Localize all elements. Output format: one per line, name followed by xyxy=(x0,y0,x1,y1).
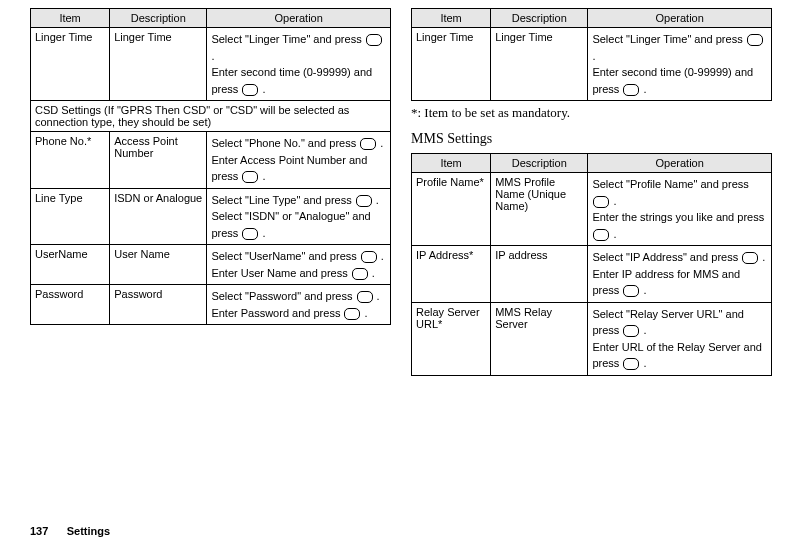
button-icon xyxy=(623,285,639,297)
table-row: Line Type ISDN or Analogue Select "Line … xyxy=(31,188,391,245)
table-row: UserName User Name Select "UserName" and… xyxy=(31,245,391,285)
button-icon xyxy=(623,84,639,96)
button-icon xyxy=(623,358,639,370)
button-icon xyxy=(242,84,258,96)
table-row: Relay Server URL* MMS Relay Server Selec… xyxy=(412,302,772,375)
button-icon xyxy=(344,308,360,320)
button-icon xyxy=(357,291,373,303)
right-table-1: Item Description Operation Linger Time L… xyxy=(411,8,772,101)
page-title: Settings xyxy=(67,525,110,537)
table-row: Linger Time Linger Time Select "Linger T… xyxy=(412,28,772,101)
button-icon xyxy=(366,34,382,46)
op-cell: Select "Linger Time" and press . Enter s… xyxy=(207,28,391,101)
button-icon xyxy=(623,325,639,337)
button-icon xyxy=(747,34,763,46)
page-footer: 137 Settings xyxy=(30,525,110,537)
mandatory-note: *: Item to be set as mandatory. xyxy=(411,105,772,121)
table-row: Phone No.* Access Point Number Select "P… xyxy=(31,132,391,189)
th-item: Item xyxy=(31,9,110,28)
button-icon xyxy=(742,252,758,264)
button-icon xyxy=(242,171,258,183)
th-desc: Description xyxy=(110,9,207,28)
button-icon xyxy=(242,228,258,240)
table-row: Linger Time Linger Time Select "Linger T… xyxy=(31,28,391,101)
table-row: Profile Name* MMS Profile Name (Unique N… xyxy=(412,173,772,246)
button-icon xyxy=(360,138,376,150)
table-row: IP Address* IP address Select "IP Addres… xyxy=(412,246,772,303)
left-table: Item Description Operation Linger Time L… xyxy=(30,8,391,325)
page-number: 137 xyxy=(30,525,48,537)
section-row: CSD Settings (If "GPRS Then CSD" or "CSD… xyxy=(31,101,391,132)
button-icon xyxy=(356,195,372,207)
button-icon xyxy=(593,229,609,241)
table-row: Password Password Select "Password" and … xyxy=(31,285,391,325)
mms-table: Item Description Operation Profile Name*… xyxy=(411,153,772,376)
button-icon xyxy=(593,196,609,208)
mms-heading: MMS Settings xyxy=(411,131,772,147)
button-icon xyxy=(361,251,377,263)
button-icon xyxy=(352,268,368,280)
th-op: Operation xyxy=(207,9,391,28)
